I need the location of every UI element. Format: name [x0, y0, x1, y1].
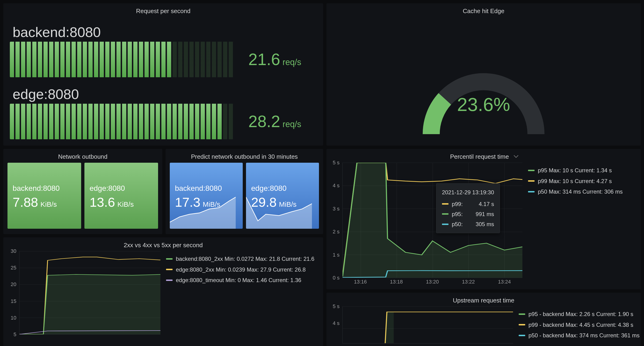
- legend-swatch: [442, 213, 448, 215]
- stat-unit: MiB/s: [203, 200, 220, 208]
- chart-plot[interactable]: 2021-12-29 13:19:30 p99: 4.17 s p95: 991…: [342, 163, 522, 278]
- legend-text: backend:8080_2xx Min: 0.0272 Max: 21.8 C…: [176, 254, 314, 264]
- stat-box-backend[interactable]: backend:8080 7.88 KiB/s: [8, 163, 81, 229]
- legend-item[interactable]: p95 - backend Max: 2.26 s Current: 1.90 …: [519, 309, 636, 319]
- x-tick: 13:16: [354, 279, 367, 285]
- legend-item[interactable]: p99 Max: 10 s Current: 4.27 s: [528, 176, 636, 187]
- legend-text: p50 - backend Max: 374 ms Current: 361 m…: [528, 330, 640, 341]
- stat-box-backend[interactable]: backend:8080 17.3 MiB/s: [170, 163, 243, 229]
- panel-title: Upstream request time: [326, 293, 641, 306]
- network-outbound-panel[interactable]: Network outbound backend:8080 7.88 KiB/s…: [3, 149, 162, 234]
- panel-title: Network outbound: [3, 149, 162, 163]
- y-tick: 3 s: [333, 206, 340, 212]
- tooltip-row: p95: 991 ms: [442, 209, 494, 219]
- legend-text: p99 - backend Max: 4.45 s Current: 4.38 …: [528, 319, 633, 330]
- gauge-value: 23.6%: [457, 94, 510, 115]
- legend-swatch: [166, 279, 172, 281]
- legend-text: p95 Max: 10 s Current: 1.34 s: [538, 165, 612, 176]
- rps-value: 28.2 req/s: [248, 112, 301, 131]
- panel-title: 2xx vs 4xx vs 5xx per second: [3, 237, 323, 251]
- legend-text: p99 Max: 10 s Current: 4.27 s: [538, 176, 612, 187]
- status-codes-panel[interactable]: 2xx vs 4xx vs 5xx per second 30 25 20 15…: [3, 237, 323, 346]
- legend-item[interactable]: p50 - backend Max: 374 ms Current: 361 m…: [519, 330, 636, 341]
- x-axis: 13:16 13:18 13:20 13:22 13:24: [342, 279, 522, 286]
- panel-title-text: Percentil request time: [450, 153, 509, 160]
- legend-swatch: [442, 224, 448, 225]
- y-tick: 10: [11, 315, 16, 321]
- y-tick: 30: [11, 248, 16, 254]
- y-tick: 0 s: [333, 275, 340, 281]
- legend-item[interactable]: p95 Max: 10 s Current: 1.34 s: [528, 165, 636, 176]
- chart-plot[interactable]: [342, 306, 513, 343]
- tooltip-row: p99: 4.17 s: [442, 199, 494, 209]
- y-tick: 4 s: [333, 320, 340, 326]
- rps-row-label: edge:8080: [10, 79, 316, 104]
- legend-text: edge:8080_timeout Min: 0 Max: 1.46 Curre…: [176, 275, 301, 286]
- tooltip-time: 2021-12-29 13:19:30: [442, 187, 494, 197]
- gauge: 23.6%: [326, 17, 641, 141]
- legend-text: p50 Max: 314 ms Current: 306 ms: [538, 186, 623, 197]
- panel-title: Predict network outbound in 30 minutes: [166, 149, 323, 163]
- stat-label: edge:8080: [251, 184, 314, 193]
- panel-title: Request per second: [3, 3, 323, 17]
- x-tick: 13:24: [498, 279, 511, 285]
- y-tick: 1 s: [333, 252, 340, 258]
- y-axis: 30 25 20 15 10 5: [5, 251, 18, 334]
- legend-swatch: [528, 191, 534, 193]
- legend-item[interactable]: p50 Max: 314 ms Current: 306 ms: [528, 186, 636, 197]
- y-axis: 5 s 4 s: [328, 306, 342, 334]
- upstream-request-time-panel[interactable]: Upstream request time 5 s 4 s p95 - back…: [326, 293, 641, 346]
- tooltip-value: 4.17 s: [470, 199, 494, 209]
- legend-text: edge:8080_2xx Min: 0.0239 Max: 27.9 Curr…: [176, 264, 306, 275]
- rps-number: 28.2: [248, 112, 280, 131]
- chart-legend: backend:8080_2xx Min: 0.0272 Max: 21.8 C…: [161, 251, 320, 343]
- legend-swatch: [528, 180, 534, 182]
- rps-row-edge: edge:8080 28.2 req/s: [3, 79, 323, 141]
- predict-network-outbound-panel[interactable]: Predict network outbound in 30 minutes b…: [166, 149, 323, 234]
- y-tick: 20: [11, 281, 16, 287]
- percentile-request-time-panel[interactable]: Percentil request time 5 s 4 s 3 s 2 s 1…: [326, 149, 641, 289]
- y-tick: 2 s: [333, 229, 340, 235]
- tooltip-name: p95:: [452, 209, 463, 219]
- request-per-second-panel[interactable]: Request per second backend:8080 21.6 req…: [3, 3, 323, 146]
- stat-unit: KiB/s: [40, 200, 57, 208]
- tooltip-value: 991 ms: [467, 209, 494, 219]
- tooltip-value: 305 ms: [467, 219, 494, 229]
- tooltip-name: p99:: [452, 199, 463, 209]
- legend-item[interactable]: edge:8080_2xx Min: 0.0239 Max: 27.9 Curr…: [166, 264, 318, 275]
- rps-bar: [10, 42, 234, 77]
- legend-swatch: [166, 269, 172, 270]
- stat-label: backend:8080: [175, 184, 238, 193]
- rps-value: 21.6 req/s: [248, 50, 301, 69]
- cache-hit-edge-panel[interactable]: Cache hit Edge 23.6%: [326, 3, 641, 146]
- stat-value: 7.88: [13, 195, 38, 210]
- legend-swatch: [442, 203, 448, 205]
- chart-legend: p95 - backend Max: 2.26 s Current: 1.90 …: [514, 306, 638, 343]
- stat-unit: MiB/s: [279, 200, 296, 208]
- stat-unit: KiB/s: [118, 200, 134, 208]
- stat-value: 29.8: [251, 195, 277, 210]
- y-tick: 25: [11, 265, 16, 271]
- chart-tooltip: 2021-12-29 13:19:30 p99: 4.17 s p95: 991…: [436, 183, 500, 233]
- x-tick: 13:18: [390, 279, 403, 285]
- stat-box-edge[interactable]: edge:8080 13.6 KiB/s: [84, 163, 158, 229]
- panel-title: Cache hit Edge: [326, 3, 641, 17]
- rps-unit: req/s: [282, 57, 301, 67]
- legend-swatch: [519, 335, 525, 336]
- legend-item[interactable]: p99 - backend Max: 4.45 s Current: 4.38 …: [519, 319, 636, 330]
- y-tick: 5 s: [333, 160, 340, 166]
- chart-plot[interactable]: [19, 251, 160, 334]
- stat-label: edge:8080: [90, 184, 153, 193]
- panel-title[interactable]: Percentil request time: [326, 149, 641, 163]
- legend-item[interactable]: backend:8080_2xx Min: 0.0272 Max: 21.8 C…: [166, 254, 318, 264]
- stat-box-edge[interactable]: edge:8080 29.8 MiB/s: [246, 163, 319, 229]
- legend-swatch: [166, 258, 172, 260]
- chart-series: [20, 251, 160, 334]
- rps-number: 21.6: [248, 50, 280, 69]
- y-axis: 5 s 4 s 3 s 2 s 1 s 0 s: [328, 163, 342, 278]
- chart-legend: p95 Max: 10 s Current: 1.34 s p99 Max: 1…: [523, 163, 638, 287]
- legend-item[interactable]: edge:8080_timeout Min: 0 Max: 1.46 Curre…: [166, 275, 318, 286]
- rps-unit: req/s: [282, 119, 301, 129]
- rps-bar: [10, 104, 234, 139]
- y-tick: 5 s: [333, 303, 340, 309]
